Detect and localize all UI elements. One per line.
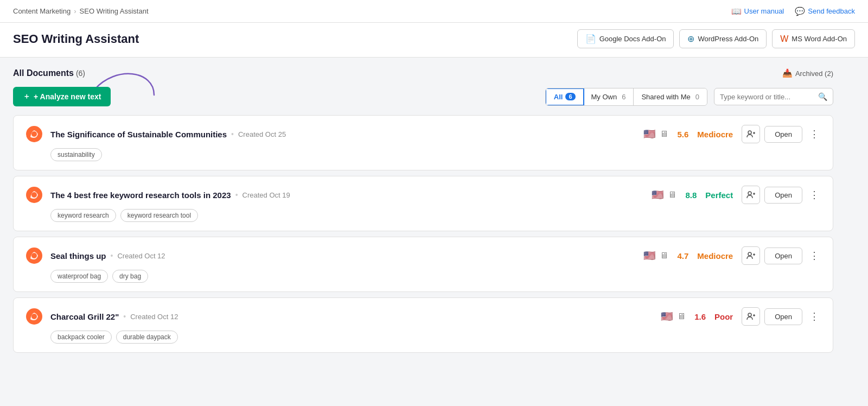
open-button[interactable]: Open [764,126,802,143]
more-options-button[interactable]: ⋮ [807,309,822,324]
share-button[interactable] [742,246,760,265]
filter-tab-all[interactable]: All 6 [545,88,584,106]
plus-icon: ＋ [23,92,30,101]
doc-row: The Significance of Sustainable Communit… [24,124,822,144]
doc-date: Created Oct 12 [130,313,178,321]
svg-point-12 [31,253,37,258]
more-options-button[interactable]: ⋮ [807,248,822,263]
doc-score-label: Perfect [705,191,733,200]
share-button[interactable] [742,307,760,326]
msword-addon-button[interactable]: W MS Word Add-On [772,29,855,48]
open-button[interactable]: Open [764,248,802,264]
doc-info: The 4 best free keyword research tools i… [50,191,290,200]
doc-date: Created Oct 19 [242,191,290,199]
doc-score-label: Poor [714,312,733,321]
search-icon: 🔍 [818,92,827,101]
doc-info: The Significance of Sustainable Communit… [50,130,286,139]
more-options-button[interactable]: ⋮ [807,187,822,202]
doc-meta: 🇺🇸 🖥 [643,128,668,140]
doc-meta: 🇺🇸 🖥 [643,250,668,262]
semrush-logo-icon [26,308,42,325]
doc-actions: Open ⋮ [742,246,822,265]
breadcrumb: Content Marketing › SEO Writing Assistan… [13,7,149,15]
semrush-logo-icon [26,248,42,264]
doc-actions: Open ⋮ [742,125,822,143]
doc-left: The Significance of Sustainable Communit… [24,124,286,144]
doc-info: Charcoal Grill 22" • Created Oct 12 [50,312,178,321]
doc-row: The 4 best free keyword research tools i… [24,185,822,205]
share-button[interactable] [742,186,760,204]
doc-left: Charcoal Grill 22" • Created Oct 12 [24,307,178,326]
add-person-icon [746,312,755,321]
monitor-icon: 🖥 [677,312,686,321]
doc-tags: sustainability [50,148,822,161]
header-actions: 📄 Google Docs Add-On ⊕ WordPress Add-On … [577,29,855,48]
docs-title: All Documents [13,68,74,78]
tag: dry bag [112,270,148,283]
toolbar: ＋ + Analyze new text All 6 My Own 6 Shar… [13,87,833,106]
flag-us-icon: 🇺🇸 [652,189,663,201]
add-person-icon [746,130,755,138]
share-button[interactable] [742,125,760,143]
search-input[interactable] [720,93,818,101]
wordpress-addon-button[interactable]: ⊕ WordPress Add-On [679,29,767,48]
feedback-icon: 💬 [795,7,805,16]
analyze-new-text-button[interactable]: ＋ + Analyze new text [13,87,111,106]
doc-actions: Open ⋮ [742,307,822,326]
add-person-icon [746,191,755,199]
doc-tags: backpack coolerdurable daypack [50,331,822,344]
breadcrumb-parent[interactable]: Content Marketing [13,7,71,15]
book-icon: 📖 [731,7,742,16]
flag-us-icon: 🇺🇸 [643,250,655,262]
doc-actions: Open ⋮ [742,186,822,204]
tag: durable daypack [116,331,178,344]
doc-meta: 🇺🇸 🖥 [661,310,686,322]
doc-score-label: Mediocre [697,251,733,261]
tag: keyword research tool [120,209,198,222]
wordpress-icon: ⊕ [687,34,694,44]
open-button[interactable]: Open [764,308,802,325]
user-manual-link[interactable]: 📖 User manual [731,7,784,16]
gdocs-icon: 📄 [585,34,596,44]
monitor-icon: 🖥 [660,251,668,261]
toolbar-wrapper: ＋ + Analyze new text All 6 My Own 6 Shar… [13,87,833,106]
top-links: 📖 User manual 💬 Send feedback [731,7,855,16]
filter-tab-myown[interactable]: My Own 6 [584,88,634,105]
archived-link[interactable]: 📥 Archived (2) [782,68,833,78]
doc-tags: waterproof bagdry bag [50,270,822,283]
doc-title: Seal things up [50,251,106,261]
semrush-logo-icon [26,187,42,203]
svg-point-7 [31,192,37,198]
top-bar: Content Marketing › SEO Writing Assistan… [0,0,868,23]
open-button[interactable]: Open [764,187,802,204]
semrush-icon [24,246,44,265]
main-content: All Documents (6) 📥 Archived (2) ＋ + Ana… [0,58,846,364]
dot-separator: • [235,191,238,199]
dot-separator: • [111,251,113,260]
page-title: SEO Writing Assistant [13,32,139,46]
doc-score: 8.8 [685,191,697,200]
archive-icon: 📥 [782,68,793,78]
flag-us-icon: 🇺🇸 [643,128,655,140]
doc-score: 1.6 [694,312,706,321]
monitor-icon: 🖥 [668,190,676,200]
doc-date: Created Oct 25 [238,130,286,138]
documents-list: The Significance of Sustainable Communit… [13,115,833,353]
filter-tab-shared[interactable]: Shared with Me 0 [634,88,707,105]
doc-left: The 4 best free keyword research tools i… [24,185,290,205]
dot-separator: • [231,130,234,138]
doc-row: Seal things up • Created Oct 12 🇺🇸 🖥 4.7… [24,246,822,265]
more-options-button[interactable]: ⋮ [807,126,822,142]
send-feedback-link[interactable]: 💬 Send feedback [795,7,855,16]
doc-date: Created Oct 12 [117,252,165,260]
document-card-4: Charcoal Grill 22" • Created Oct 12 🇺🇸 🖥… [13,297,833,353]
google-docs-addon-button[interactable]: 📄 Google Docs Add-On [577,29,674,48]
doc-left: Seal things up • Created Oct 12 [24,246,165,265]
svg-point-17 [31,314,37,319]
tag: waterproof bag [50,270,108,283]
add-person-icon [746,251,755,260]
doc-title: Charcoal Grill 22" [50,312,119,321]
search-box[interactable]: 🔍 [714,88,833,105]
doc-right: 🇺🇸 🖥 8.8 Perfect Open ⋮ [652,186,822,204]
document-card-2: The 4 best free keyword research tools i… [13,176,833,231]
